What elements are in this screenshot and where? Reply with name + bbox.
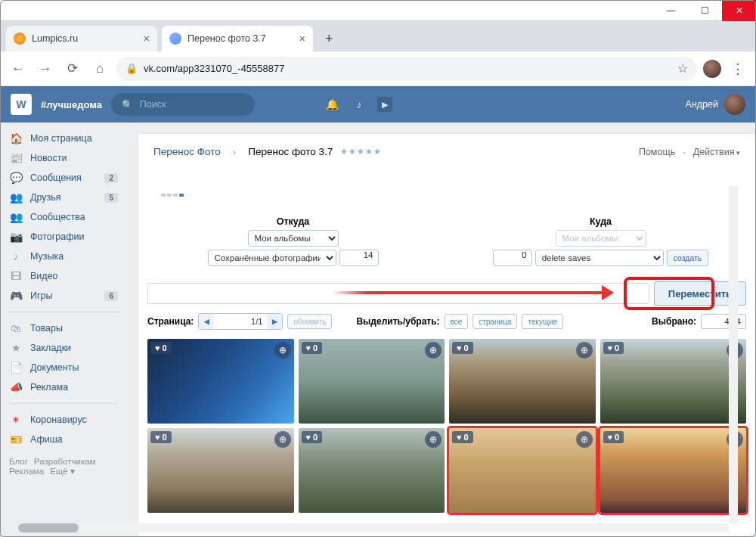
sidebar-item-label: Музыка xyxy=(30,251,64,262)
create-album-button[interactable]: создать xyxy=(667,250,709,266)
page-value: 1/1 xyxy=(214,313,267,330)
new-tab-button[interactable]: + xyxy=(318,26,341,51)
notifications-icon[interactable]: 🔔 xyxy=(323,98,341,110)
photo-thumb[interactable]: ♥0⊕ xyxy=(449,428,596,513)
sidebar-item-label: Моя страница xyxy=(30,133,92,144)
profile-avatar[interactable] xyxy=(703,60,721,78)
likes-badge: ♥0 xyxy=(302,342,323,354)
forward-button[interactable]: → xyxy=(35,58,56,79)
breadcrumb-current: Перенос фото 3.7 xyxy=(248,146,333,157)
zoom-icon[interactable]: ⊕ xyxy=(425,431,442,448)
breadcrumb-root[interactable]: Перенос Фото xyxy=(153,146,221,157)
to-album-select[interactable]: delete saves xyxy=(535,250,664,266)
sidebar-item[interactable]: 🎮Игры6 xyxy=(0,286,127,306)
window-minimize[interactable]: — xyxy=(654,0,688,21)
reload-button[interactable]: ⟳ xyxy=(62,58,83,79)
sidebar-item[interactable]: 💬Сообщения2 xyxy=(0,168,127,188)
search-icon: 🔍 xyxy=(122,99,134,110)
sidebar-item[interactable]: ★Закладки xyxy=(0,338,127,358)
browser-tab-1[interactable]: Перенос фото 3.7 × xyxy=(162,26,313,51)
vk-hashtag[interactable]: #лучшедома xyxy=(41,99,102,110)
sidebar-item-label: Новости xyxy=(30,153,67,163)
sidebar: 🏠Моя страница📰Новости💬Сообщения2👥Друзья5… xyxy=(0,123,127,537)
browser-tab-0[interactable]: Lumpics.ru × xyxy=(6,26,157,51)
photo-thumb[interactable]: ♥0⊕ xyxy=(449,339,596,424)
sidebar-item[interactable]: 🎫Афиша xyxy=(0,430,127,449)
sidebar-item[interactable]: 🏠Моя страница xyxy=(0,129,127,148)
page-label: Страница: xyxy=(147,316,194,327)
from-album-select[interactable]: Сохранённые фотографии xyxy=(208,250,336,266)
select-current-button[interactable]: текущие xyxy=(522,314,563,329)
heart-icon: ♥ xyxy=(457,433,462,442)
photo-thumb[interactable]: ♥0⊕ xyxy=(147,428,294,513)
sidebar-item[interactable]: 📄Документы xyxy=(0,358,127,377)
browser-menu-button[interactable]: ⋮ xyxy=(727,58,748,79)
zoom-icon[interactable]: ⊕ xyxy=(576,342,593,359)
actions-dropdown[interactable]: Действия xyxy=(693,147,740,157)
refresh-button[interactable]: обновить xyxy=(287,314,332,329)
tab-close-icon[interactable]: × xyxy=(299,33,305,45)
play-icon[interactable]: ▶ xyxy=(377,97,392,112)
sidebar-item[interactable]: 👥Сообщества xyxy=(0,207,127,227)
vk-logo-icon[interactable]: W xyxy=(11,94,32,115)
sidebar-item[interactable]: ✶Коронавирус xyxy=(0,410,127,430)
tab-title: Перенос фото 3.7 xyxy=(187,33,266,44)
sidebar-item-icon: 🎫 xyxy=(9,433,23,445)
zoom-icon[interactable]: ⊕ xyxy=(425,342,442,359)
window-maximize[interactable]: ☐ xyxy=(688,0,722,21)
horizontal-scrollbar[interactable] xyxy=(18,523,729,532)
photo-thumb[interactable]: ♥0⊕ xyxy=(299,428,445,513)
select-all-button[interactable]: все xyxy=(445,314,469,329)
rating-stars[interactable]: ★★★★★ xyxy=(340,147,382,157)
sidebar-item[interactable]: 🎞Видео xyxy=(0,266,127,286)
sidebar-item[interactable]: 📣Реклама xyxy=(0,377,127,397)
footer-blog[interactable]: Блог xyxy=(9,457,28,466)
progress-indicator xyxy=(147,169,746,213)
vk-user-menu[interactable]: Андрей xyxy=(686,94,745,115)
sidebar-item-label: Сообщения xyxy=(30,172,82,183)
sidebar-item-label: Товары xyxy=(30,323,63,334)
music-header-icon[interactable]: ♪ xyxy=(350,98,368,110)
select-page-button[interactable]: страница xyxy=(472,314,517,329)
vertical-scrollbar[interactable] xyxy=(729,186,738,523)
footer-more[interactable]: Ещё ▾ xyxy=(50,467,75,476)
footer-dev[interactable]: Разработчикам xyxy=(34,457,96,466)
home-button[interactable]: ⌂ xyxy=(89,58,110,79)
likes-badge: ♥0 xyxy=(150,342,172,354)
from-album-group-select[interactable]: Мои альбомы xyxy=(248,230,339,247)
sidebar-item[interactable]: 👥Друзья5 xyxy=(0,188,127,207)
zoom-icon[interactable]: ⊕ xyxy=(274,431,291,448)
page-prev-button[interactable]: ◀ xyxy=(199,313,214,330)
vk-header: W #лучшедома 🔍 Поиск 🔔 ♪ ▶ Андрей xyxy=(0,86,756,123)
sidebar-item[interactable]: 📰Новости xyxy=(0,148,127,168)
heart-icon: ♥ xyxy=(306,433,311,442)
back-button[interactable]: ← xyxy=(8,58,29,79)
sidebar-item-icon: 👥 xyxy=(9,191,23,203)
sidebar-item[interactable]: 🛍Товары xyxy=(0,318,127,338)
sidebar-item-icon: 📰 xyxy=(9,152,23,164)
photo-thumb[interactable]: ♥0⊕ xyxy=(600,428,747,513)
to-album-group-select[interactable]: Мои альбомы xyxy=(556,230,646,247)
zoom-icon[interactable]: ⊕ xyxy=(274,342,291,359)
select-toggle-label: Выделить/убрать: xyxy=(356,316,439,327)
panel-header: Перенос Фото › Перенос фото 3.7 ★★★★★ По… xyxy=(138,134,755,169)
tab-close-icon[interactable]: × xyxy=(144,33,150,45)
window-close[interactable]: ✕ xyxy=(722,0,756,21)
likes-badge: ♥0 xyxy=(603,342,624,354)
pager: ◀ 1/1 ▶ xyxy=(198,313,283,330)
vk-search[interactable]: 🔍 Поиск xyxy=(111,93,255,116)
sidebar-item[interactable]: 📷Фотографии xyxy=(0,227,127,247)
photo-thumb[interactable]: ♥0⊕ xyxy=(147,339,294,424)
address-bar[interactable]: 🔒 vk.com/app3231070_-45558877 ☆ xyxy=(116,57,697,81)
footer-ads[interactable]: Реклама xyxy=(9,467,44,476)
bookmark-star-icon[interactable]: ☆ xyxy=(677,61,688,76)
page-next-button[interactable]: ▶ xyxy=(267,313,282,330)
help-link[interactable]: Помощь xyxy=(639,147,675,157)
photo-thumb[interactable]: ♥0⊕ xyxy=(299,339,445,424)
photo-thumb[interactable]: ♥0⊕ xyxy=(600,339,747,424)
favicon-icon xyxy=(14,33,26,45)
zoom-icon[interactable]: ⊕ xyxy=(576,431,593,448)
main-panel: Перенос Фото › Перенос фото 3.7 ★★★★★ По… xyxy=(127,123,756,537)
annotation-arrow xyxy=(333,291,612,294)
sidebar-item[interactable]: ♪Музыка xyxy=(0,247,127,266)
